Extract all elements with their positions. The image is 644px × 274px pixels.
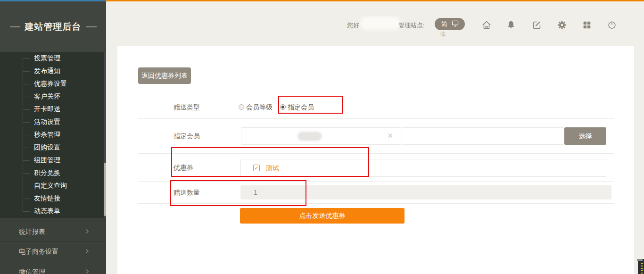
back-to-coupon-list-button[interactable]: 返回优惠券列表 [138,67,191,84]
home-icon[interactable] [481,20,492,30]
edit-compose-icon[interactable] [532,20,542,30]
sidebar-menu-item[interactable]: 自定义查询 [0,179,106,192]
tree-tick [23,58,30,59]
specified-member-secondary-input[interactable] [402,127,564,145]
gift-type-label: 赠送类型 [173,103,200,112]
tree-tick [23,71,30,72]
manage-site-label: 管理站点: [398,21,425,30]
apps-grid-icon[interactable] [582,20,592,30]
sidebar-menu-item[interactable]: 优惠券设置 [0,77,106,90]
username-redacted [362,18,399,28]
tree-tick [23,173,30,174]
tree-tick [23,135,30,135]
app-logo-title: 建站管理后台 [25,21,82,33]
tree-tick [23,122,30,123]
coupon-name-label[interactable]: 测试 [266,164,279,173]
sidebar-menu-item-label: 自定义查询 [34,182,67,190]
sidebar-menu-item-label: 秒杀管理 [34,131,60,139]
tree-tick [23,211,30,212]
sidebar-menu-item-label: 组团管理 [34,156,60,165]
row-separator [138,229,614,229]
radio-specified-member-label[interactable]: 指定会员 [288,103,314,112]
sidebar-scrollbar-thumb[interactable] [104,163,106,216]
language-char: 简 [441,20,447,28]
row-separator [138,118,614,119]
logout-power-icon[interactable] [607,20,617,30]
sidebar-menu-item[interactable]: 动态表单 [0,205,106,217]
sidebar-section-item[interactable]: 微信管理 [0,262,106,274]
sidebar-menu-item[interactable]: 客户关怀 [0,90,106,103]
sidebar-menu-item[interactable]: 秒杀管理 [0,128,106,141]
sidebar-section-item[interactable]: 电子商务设置 [0,242,106,262]
tree-tick [23,97,30,97]
sidebar-menu-item[interactable]: 发布通知 [0,65,106,77]
row-separator [138,153,614,154]
sidebar-menu-item[interactable]: 积分兑换 [0,166,106,179]
sidebar-tree-line [23,58,23,211]
select-member-button[interactable]: 选择 [564,127,606,145]
sidebar-menu-item-label: 优惠券设置 [34,80,67,88]
sidebar-menu-item-label: 积分兑换 [34,169,60,177]
logo-dash-right [86,26,97,27]
radio-specified-member[interactable] [280,104,286,110]
row-separator [138,181,614,182]
sidebar-menu-item-label: 团购设置 [34,143,60,152]
tree-tick [23,109,30,110]
sidebar-menu-item-label: 客户关怀 [34,92,60,101]
sidebar-menu-item-label: 发布通知 [34,67,60,75]
sidebar-menu-item-label: 活动设置 [34,118,60,126]
coupon-options-box: ✓ 测试 [240,159,606,177]
sidebar-menu-item[interactable]: 投票管理 [0,52,106,65]
language-char-wrapped: 体 [440,30,446,39]
settings-gear-icon[interactable] [557,20,567,30]
member-value-redacted [298,133,321,140]
sidebar-sections: 统计报表电子商务设置微信管理 [0,218,106,274]
sidebar-menu-item[interactable]: 开卡即送 [0,103,106,116]
sidebar-section-label: 统计报表 [19,228,45,236]
clear-icon[interactable]: ✕ [387,132,393,140]
radio-member-level[interactable] [239,104,244,110]
sidebar-menu-item[interactable]: 组团管理 [0,154,106,166]
widget-bar [637,259,643,261]
chevron-right-icon [84,228,90,236]
bottom-right-widget [638,259,644,274]
sidebar-menu-item-label: 投票管理 [34,54,60,63]
send-coupon-button[interactable]: 点击发送优惠券 [240,208,405,224]
sidebar-menu-item[interactable]: 友情链接 [0,192,106,205]
specified-member-input[interactable]: ✕ [241,127,401,145]
sidebar-menu-item-label: 动态表单 [34,207,60,216]
chevron-right-icon [84,248,90,256]
content-card: 返回优惠券列表 赠送类型 会员等级 指定会员 指定会员 ✕ 选择 优惠券 ✓ 测… [117,46,634,274]
sidebar-menu-item[interactable]: 活动设置 [0,116,106,128]
tree-tick [23,160,30,161]
language-switch-pill[interactable]: 简 [435,18,465,30]
coupon-checkbox[interactable]: ✓ [253,165,260,171]
tree-tick [23,199,30,199]
logo-dash-left [10,26,20,27]
sidebar-section-label: 电子商务设置 [19,248,58,256]
sidebar-section-item[interactable]: 统计报表 [0,222,106,242]
app-logo: 建站管理后台 [0,1,106,52]
radio-member-level-label[interactable]: 会员等级 [246,103,272,112]
tree-tick [23,148,30,148]
notifications-bell-icon[interactable] [506,20,516,30]
gift-quantity-label: 赠送数量 [173,189,200,197]
tree-tick [23,84,30,84]
greeting-text: 您好 [347,21,359,30]
monitor-icon [452,20,459,28]
main-header: 您好 管理站点: 简 体 [106,1,644,46]
specified-member-label: 指定会员 [173,132,200,141]
sidebar-menu-item-label: 开卡即送 [34,105,60,114]
sidebar-section-label: 微信管理 [19,268,45,274]
sidebar-menu-item[interactable]: 团购设置 [0,141,106,154]
gift-quantity-input[interactable] [240,185,611,199]
chevron-right-icon [84,268,90,274]
sidebar-menu-item-label: 友情链接 [34,194,60,203]
row-separator [138,203,614,204]
tree-tick [23,186,30,186]
coupon-label: 优惠券 [173,164,193,172]
sidebar-menu: 投票管理发布通知优惠券设置客户关怀开卡即送活动设置秒杀管理团购设置组团管理积分兑… [0,52,106,218]
